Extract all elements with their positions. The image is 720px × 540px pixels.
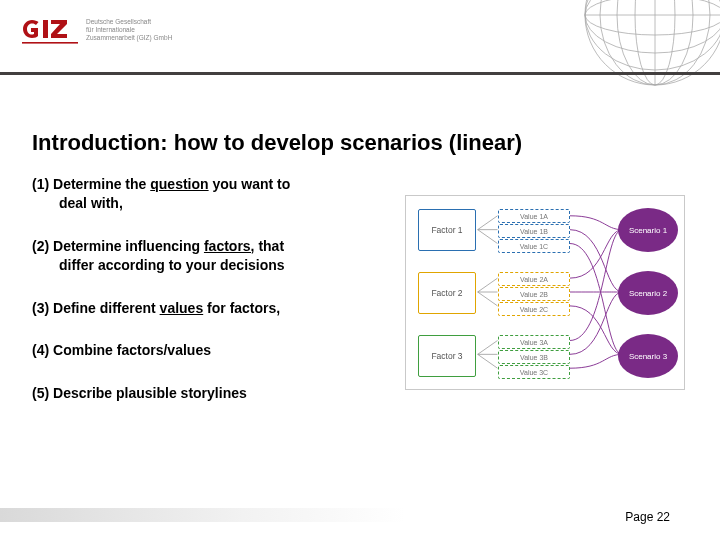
svg-rect-1	[22, 42, 78, 44]
tagline-line: Deutsche Gesellschaft	[86, 18, 172, 26]
value-box: Value 3A	[498, 335, 570, 349]
globe-icon	[560, 0, 720, 90]
step-2: (2) Determine influencing factors, that …	[32, 237, 382, 275]
step-4: (4) Combine factors/values	[32, 341, 382, 360]
scenario-bubble: Scenario 1	[618, 208, 678, 252]
svg-point-5	[585, 0, 720, 35]
step-number: (3)	[32, 300, 49, 316]
tagline-line: für Internationale	[86, 26, 172, 34]
svg-line-16	[478, 292, 498, 306]
svg-line-14	[478, 278, 498, 292]
scenario-diagram: Factor 1 Value 1A Value 1B Value 1C Scen…	[405, 195, 685, 390]
value-box: Value 1A	[498, 209, 570, 223]
factor-box: Factor 2	[418, 272, 476, 314]
step-text: Define different values for factors,	[53, 300, 280, 316]
value-box: Value 2B	[498, 287, 570, 301]
slide: Deutsche Gesellschaft für Internationale…	[0, 0, 720, 540]
steps-list: (1) Determine the question you want to d…	[32, 175, 382, 427]
step-line2: differ according to your decisions	[32, 256, 382, 275]
header-divider	[0, 72, 720, 75]
footer-bar	[0, 508, 405, 522]
header: Deutsche Gesellschaft für Internationale…	[0, 0, 720, 80]
value-box: Value 2C	[498, 302, 570, 316]
step-3: (3) Define different values for factors,	[32, 299, 382, 318]
value-box: Value 1B	[498, 224, 570, 238]
step-line2: deal with,	[32, 194, 382, 213]
step-text: Combine factors/values	[53, 342, 211, 358]
page-number: Page 22	[625, 510, 670, 524]
step-number: (2)	[32, 238, 49, 254]
step-text: Determine influencing factors, that	[53, 238, 284, 254]
tagline-line: Zusammenarbeit (GIZ) GmbH	[86, 34, 172, 42]
value-box: Value 3B	[498, 350, 570, 364]
value-box: Value 3C	[498, 365, 570, 379]
scenario-bubble: Scenario 3	[618, 334, 678, 378]
factor-box: Factor 3	[418, 335, 476, 377]
giz-logo-icon	[22, 16, 78, 50]
step-number: (4)	[32, 342, 49, 358]
factor-box: Factor 1	[418, 209, 476, 251]
logo-tagline: Deutsche Gesellschaft für Internationale…	[86, 18, 172, 42]
svg-rect-0	[43, 20, 48, 38]
step-number: (5)	[32, 385, 49, 401]
step-5: (5) Describe plausible storylines	[32, 384, 382, 403]
logo: Deutsche Gesellschaft für Internationale…	[22, 16, 172, 50]
value-box: Value 2A	[498, 272, 570, 286]
svg-line-19	[478, 354, 498, 368]
step-text: Determine the question you want to	[53, 176, 290, 192]
step-1: (1) Determine the question you want to d…	[32, 175, 382, 213]
step-number: (1)	[32, 176, 49, 192]
scenario-bubble: Scenario 2	[618, 271, 678, 315]
page-title: Introduction: how to develop scenarios (…	[32, 130, 522, 156]
svg-line-13	[478, 230, 498, 244]
svg-line-11	[478, 216, 498, 230]
value-box: Value 1C	[498, 239, 570, 253]
step-text: Describe plausible storylines	[53, 385, 247, 401]
svg-line-17	[478, 341, 498, 355]
